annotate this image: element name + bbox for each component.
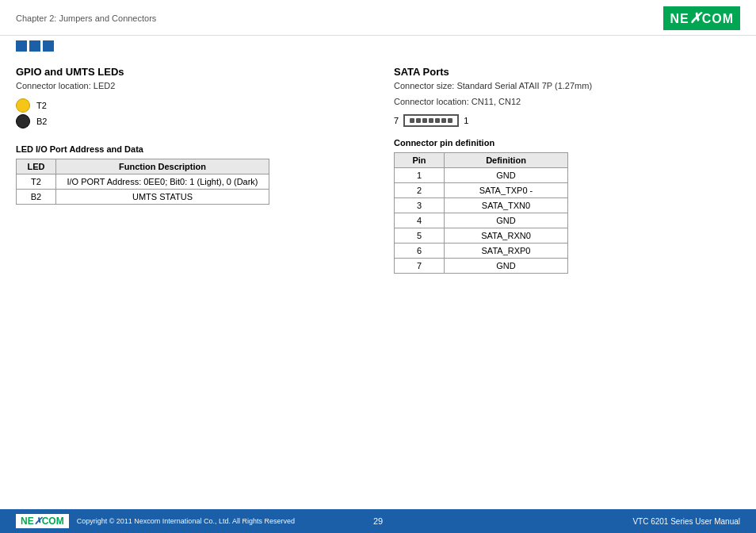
footer-logo: NE✗COM (16, 514, 69, 528)
pin-def-cell: SATA_TXP0 - (445, 183, 568, 198)
page-footer: NE✗COM Copyright © 2011 Nexcom Internati… (0, 509, 756, 533)
led-t2-row: T2 (16, 98, 362, 113)
led-table-row: T2 I/O PORT Address: 0EE0; Bit0: 1 (Ligh… (17, 174, 269, 190)
pin-table-row: 7 GND (395, 259, 568, 274)
sata-pin-3 (422, 118, 427, 123)
led-indicators: T2 B2 (16, 98, 362, 128)
sata-pin-7 (448, 118, 452, 123)
led-table-header: LED Function Description (17, 159, 269, 174)
pin-table-row: 3 SATA_TXN0 (395, 198, 568, 213)
led-table: LED Function Description T2 I/O PORT Add… (16, 159, 269, 205)
led-b2-label: B2 (36, 117, 47, 126)
main-content: GPIO and UMTS LEDs Connector location: L… (0, 58, 756, 512)
led-col-header: LED (17, 159, 56, 174)
led-b2-row: B2 (16, 114, 362, 128)
color-bar-blue1 (16, 40, 27, 52)
logo-text: NE✗COM (670, 10, 734, 27)
sata-pin-1 (410, 118, 414, 123)
pin-table-row: 5 SATA_RXN0 (395, 228, 568, 243)
footer-manual: VTC 6201 Series User Manual (632, 517, 740, 526)
pin-table-header: Pin Definition (395, 153, 568, 168)
func-col-header: Function Description (56, 159, 269, 174)
sata-connector-box (403, 114, 459, 127)
pin-def-cell: GND (445, 168, 568, 183)
right-column: SATA Ports Connector size: Standard Seri… (378, 66, 740, 504)
pin-def-cell: SATA_TXN0 (445, 198, 568, 213)
led-cell: T2 (17, 174, 56, 190)
color-bar-blue2 (29, 40, 40, 52)
led-b2-circle (16, 114, 30, 128)
left-column: GPIO and UMTS LEDs Connector location: L… (16, 66, 378, 504)
footer-copyright: Copyright © 2011 Nexcom International Co… (77, 517, 295, 525)
led-table-title: LED I/O Port Address and Data (16, 144, 362, 154)
led-cell: B2 (17, 190, 56, 205)
pin-table-row: 6 SATA_RXP0 (395, 243, 568, 259)
pin-def-cell: GND (445, 259, 568, 274)
gpio-title: GPIO and UMTS LEDs (16, 66, 362, 78)
pin-def-cell: GND (445, 213, 568, 228)
color-bar-blue3 (43, 40, 54, 52)
nexcom-logo: NE✗COM (663, 6, 740, 30)
pin-table-row: 1 GND (395, 168, 568, 183)
page-header: Chapter 2: Jumpers and Connectors NE✗COM (0, 0, 756, 36)
color-bar (0, 36, 756, 56)
func-cell: UMTS STATUS (56, 190, 269, 205)
sata-pin-right-label: 1 (464, 116, 468, 125)
pin-number-cell: 5 (395, 228, 445, 243)
pin-def-title: Connector pin definition (394, 138, 740, 148)
led-t2-label: T2 (36, 101, 47, 110)
led-table-row: B2 UMTS STATUS (17, 190, 269, 205)
led-t2-circle (16, 98, 30, 113)
func-cell: I/O PORT Address: 0EE0; Bit0: 1 (Light),… (56, 174, 269, 190)
footer-page: 29 (373, 516, 383, 526)
pin-col-header: Pin (395, 153, 445, 168)
pin-number-cell: 3 (395, 198, 445, 213)
def-col-header: Definition (445, 153, 568, 168)
pin-number-cell: 6 (395, 243, 445, 259)
pin-table: Pin Definition 1 GND 2 SATA_TXP0 - 3 SAT… (394, 152, 568, 274)
sata-diagram: 7 1 (394, 114, 740, 127)
pin-def-cell: SATA_RXP0 (445, 243, 568, 259)
pin-number-cell: 1 (395, 168, 445, 183)
sata-title: SATA Ports (394, 66, 740, 78)
pin-number-cell: 4 (395, 213, 445, 228)
sata-size-info: Connector size: Standard Serial ATAII 7P… (394, 81, 740, 90)
pin-number-cell: 2 (395, 183, 445, 198)
pin-table-row: 2 SATA_TXP0 - (395, 183, 568, 198)
gpio-connector-info: Connector location: LED2 (16, 81, 362, 90)
pin-number-cell: 7 (395, 259, 445, 274)
footer-logo-text: NE✗COM (21, 516, 64, 527)
pin-table-row: 4 GND (395, 213, 568, 228)
pin-def-cell: SATA_RXN0 (445, 228, 568, 243)
sata-pin-6 (441, 118, 446, 123)
sata-pin-5 (435, 118, 440, 123)
sata-pin-2 (416, 118, 421, 123)
sata-pin-left-label: 7 (394, 116, 399, 125)
sata-pin-4 (429, 118, 433, 123)
sata-location-info: Connector location: CN11, CN12 (394, 97, 740, 106)
chapter-title: Chapter 2: Jumpers and Connectors (16, 13, 156, 23)
